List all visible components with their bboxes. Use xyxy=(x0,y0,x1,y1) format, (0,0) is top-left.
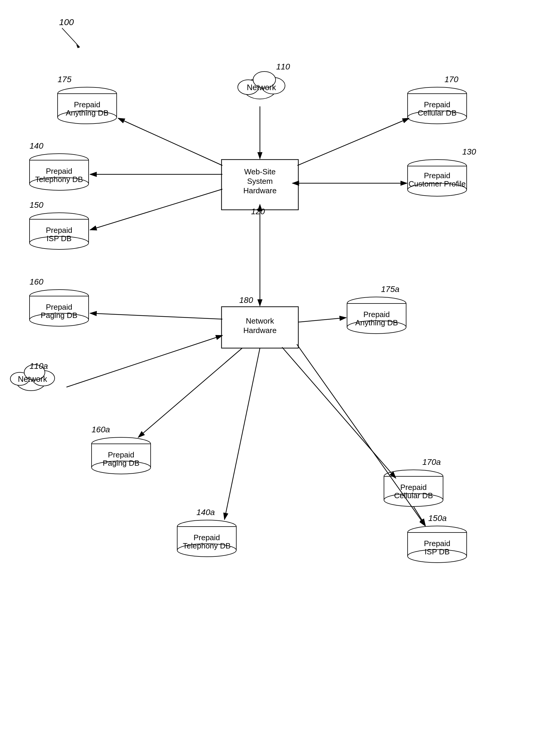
svg-text:Prepaid: Prepaid xyxy=(108,450,134,459)
ref-150a: 150a xyxy=(428,514,447,523)
ref-160: 160 xyxy=(30,277,43,286)
network-cloud-top: Network xyxy=(238,71,285,99)
ref-170: 170 xyxy=(445,75,458,84)
arrow-to-cellular-db-bottom xyxy=(282,347,396,478)
prepaid-anything-db-top: Prepaid Anything DB xyxy=(58,87,117,124)
svg-text:Customer Profile: Customer Profile xyxy=(408,179,466,188)
svg-marker-3 xyxy=(76,44,80,48)
ref-130: 130 xyxy=(462,147,476,156)
svg-text:Paging DB: Paging DB xyxy=(41,311,77,320)
svg-text:Prepaid: Prepaid xyxy=(424,100,450,109)
arrow-cellular-to-isp xyxy=(414,507,425,525)
svg-text:ISP DB: ISP DB xyxy=(47,234,72,243)
network-hw-label-1: Network xyxy=(246,316,274,325)
svg-text:Prepaid: Prepaid xyxy=(46,167,72,175)
prepaid-isp-db-top: Prepaid ISP DB xyxy=(30,213,89,249)
ref-110a: 110a xyxy=(30,361,48,371)
prepaid-isp-db-bottom: Prepaid ISP DB xyxy=(408,526,467,563)
web-site-label-2: System xyxy=(247,177,273,185)
ref-170a: 170a xyxy=(422,458,441,467)
prepaid-paging-db-bottom: Prepaid Paging DB xyxy=(92,437,151,474)
ref-175a: 175a xyxy=(381,284,399,294)
svg-text:Prepaid: Prepaid xyxy=(424,539,450,548)
svg-text:Prepaid: Prepaid xyxy=(193,533,220,542)
arrow-to-paging-db xyxy=(90,313,222,319)
prepaid-cellular-db-bottom: Prepaid Cellular DB xyxy=(384,470,443,507)
svg-text:Telephony DB: Telephony DB xyxy=(35,175,83,184)
svg-text:Cellular DB: Cellular DB xyxy=(394,491,433,500)
svg-text:Prepaid: Prepaid xyxy=(46,302,72,311)
ref-140: 140 xyxy=(30,141,43,150)
svg-text:Telephony DB: Telephony DB xyxy=(183,541,231,550)
svg-text:Anything DB: Anything DB xyxy=(66,108,109,117)
prepaid-customer-profile: Prepaid Customer Profile xyxy=(408,159,467,196)
ref-175: 175 xyxy=(58,75,71,84)
prepaid-cellular-db-top: Prepaid Cellular DB xyxy=(408,87,467,124)
prepaid-anything-db-bottom: Prepaid Anything DB xyxy=(347,297,406,333)
svg-text:Prepaid: Prepaid xyxy=(400,483,427,492)
svg-text:Paging DB: Paging DB xyxy=(103,459,139,468)
svg-text:Prepaid: Prepaid xyxy=(363,310,390,319)
ref-110: 110 xyxy=(276,62,290,71)
arrow-to-anything-db-top xyxy=(118,118,222,165)
arrow-network-bottom-to-hw xyxy=(66,335,222,387)
ref-150: 150 xyxy=(30,200,43,209)
prepaid-telephony-db-top: Prepaid Telephony DB xyxy=(30,154,89,190)
diagram-container: 100 Network 110 Web-Site System Hardware… xyxy=(0,0,560,729)
network-hw-label-2: Hardware xyxy=(243,326,277,335)
svg-text:Prepaid: Prepaid xyxy=(46,226,72,235)
ref-140a: 140a xyxy=(196,508,215,517)
svg-text:Anything DB: Anything DB xyxy=(355,318,398,327)
svg-line-2 xyxy=(62,28,80,47)
arrow-hw-to-isp-db-bottom xyxy=(297,344,425,526)
ref-160a: 160a xyxy=(92,425,110,434)
prepaid-telephony-db-bottom: Prepaid Telephony DB xyxy=(177,520,236,557)
arrow-to-isp-db-top xyxy=(90,189,222,230)
ref-100: 100 xyxy=(59,17,74,27)
arrow-to-paging-db-bottom xyxy=(138,348,242,437)
web-site-label-3: Hardware xyxy=(243,186,277,195)
svg-text:Cellular DB: Cellular DB xyxy=(418,108,457,117)
arrow-to-telephony-db-bottom xyxy=(224,348,260,520)
prepaid-paging-db-top: Prepaid Paging DB xyxy=(30,289,89,326)
svg-text:Network: Network xyxy=(247,83,276,92)
svg-text:Prepaid: Prepaid xyxy=(74,100,100,109)
arrow-to-cellular-db-top xyxy=(297,118,409,165)
svg-text:ISP DB: ISP DB xyxy=(425,547,450,556)
web-site-label-1: Web-Site xyxy=(244,167,276,176)
ref-120: 120 xyxy=(251,207,265,216)
ref-180: 180 xyxy=(239,295,253,305)
arrow-to-anything-db-bottom xyxy=(298,318,346,322)
svg-text:Prepaid: Prepaid xyxy=(424,171,450,180)
svg-text:Network: Network xyxy=(18,375,47,384)
